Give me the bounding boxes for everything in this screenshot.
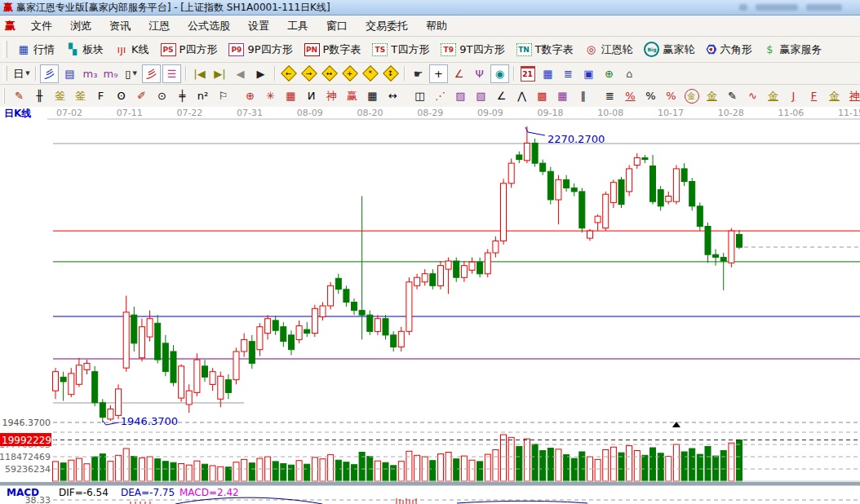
toolbar-button-winner-service[interactable]: $赢家服务 [757, 41, 827, 59]
tool-grid-red-2-icon[interactable]: ▩ [533, 86, 552, 105]
tool-export-web-icon[interactable]: ⊕ [600, 64, 618, 83]
menu-item-4[interactable]: 公式选股 [179, 17, 239, 35]
tool-spiral-tool-icon[interactable]: ʘ [112, 86, 131, 105]
toolbar-button-gann-wheel[interactable]: ◎江恩轮 [579, 41, 638, 59]
candle [162, 343, 168, 372]
tool-percent-line-icon[interactable]: % [662, 86, 680, 105]
tool-last-bar-icon[interactable]: ▶| [211, 64, 229, 83]
menu-item-3[interactable]: 江恩 [140, 17, 179, 35]
tool-fan-red-icon[interactable]: ⋰ [431, 86, 450, 105]
toolbar-button-t-square[interactable]: TST四方形 [366, 41, 435, 59]
tool-time-circle-icon[interactable]: ⊙ [153, 86, 171, 105]
tool-span-arrows-icon[interactable]: ↔ [383, 86, 402, 105]
menu-item-2[interactable]: 资讯 [100, 17, 140, 35]
menu-item-0[interactable]: 文件 [22, 17, 61, 35]
toolbar-button-sectors[interactable]: ▚板块 [60, 41, 109, 59]
menu-item-6[interactable]: 工具 [278, 17, 317, 35]
tool-wave-line-icon[interactable]: ∿ [743, 86, 762, 105]
tool-gold-angle-icon[interactable]: 金 [825, 86, 844, 105]
title-bar[interactable]: 赢 赢家江恩专业版[赢家内部服务平台] - [上证指数 SH1A0001-111… [0, 0, 860, 15]
tool-candle-style-icon[interactable]: ▯▼ [122, 64, 140, 83]
tool-zoom-out-x-icon[interactable]: ← [279, 64, 298, 83]
tool-first-bar-icon[interactable]: |◀ [190, 64, 209, 83]
tool-f-gauge-icon[interactable]: F [91, 86, 110, 105]
toolbar-button-p-number-table[interactable]: PNP数字表 [299, 41, 367, 59]
tool-gold-line-2-icon[interactable]: 金 [764, 86, 782, 105]
candle [344, 290, 349, 303]
tool-gold-circle-icon[interactable]: 金 [682, 86, 701, 105]
tool-shen-line-icon[interactable]: 神 [845, 86, 860, 105]
menu-item-9[interactable]: 帮助 [417, 17, 456, 35]
tool-k-mark-icon[interactable]: И [302, 86, 321, 105]
toolbar-button-winner-wheel[interactable]: Big赢家轮 [638, 40, 700, 59]
tool-info-panel-icon[interactable]: ▤ [60, 64, 79, 83]
tool-notebook-icon[interactable]: ≣ [559, 64, 578, 83]
tool-grid-purple-2-icon[interactable]: ▦ [553, 86, 572, 105]
tool-level-bars-icon[interactable]: ≣ [601, 86, 619, 105]
tool-fan-box-2-icon[interactable]: ▧ [472, 86, 490, 105]
tool-next-bar-icon[interactable]: ▶ [251, 64, 270, 83]
tool-grid-123-icon[interactable]: ▦ [363, 86, 382, 105]
tool-trend-overlay-icon[interactable]: 彡 [40, 64, 59, 83]
tool-tick-ruler-icon[interactable]: ╪ [173, 86, 192, 105]
tool-gold-gauge-2-icon[interactable]: 釜 [71, 86, 90, 105]
tool-workstation-icon[interactable]: ⌂ [620, 64, 639, 83]
tool-region-select-icon[interactable]: ◉ [490, 64, 509, 83]
tool-marker-pen-icon[interactable]: ✐ [132, 86, 151, 105]
menu-item-7[interactable]: 窗口 [317, 17, 357, 35]
tool-expand-all-icon[interactable]: * [361, 64, 379, 83]
tool-calendar-icon[interactable]: 21 [518, 64, 537, 83]
tool-ying-tool-icon[interactable]: 赢 [343, 86, 361, 105]
tool-percent-icon[interactable]: % [641, 86, 660, 105]
tool-gann-sketch-icon[interactable]: 彡 [142, 64, 161, 83]
tool-parallel-tool-icon[interactable]: ∥ [574, 86, 592, 105]
menu-item-5[interactable]: 设置 [239, 17, 278, 35]
tool-flag-tool-icon[interactable]: ⚐ [214, 86, 233, 105]
tool-n2-ruler-icon[interactable]: n² [193, 86, 212, 105]
tool-j-line-icon[interactable]: J [784, 86, 803, 105]
tool-draw-bars-icon[interactable]: ✎ [723, 86, 742, 105]
kline-label: K线 [131, 42, 149, 57]
tool-pencil-tool-icon[interactable]: ✎ [10, 86, 29, 105]
tool-ray-star-icon[interactable]: ✳ [261, 86, 280, 105]
toolbar-button-p9-square[interactable]: P99P四方形 [223, 41, 298, 59]
tool-angle-measure-icon[interactable]: ∠ [450, 64, 468, 83]
tool-zigzag-tool-icon[interactable]: ⋀ [512, 86, 531, 105]
tool-hand-drag-icon[interactable]: ☛ [409, 64, 428, 83]
menu-item-8[interactable]: 交易委托 [357, 17, 417, 35]
tool-crosshair-icon[interactable]: + [429, 64, 448, 83]
toolbar-button-p-square[interactable]: PSP四方形 [155, 41, 224, 59]
tool-grid-target-icon[interactable]: ▦ [281, 86, 300, 105]
toolbar-button-t-number-table[interactable]: TNT数字表 [511, 41, 579, 59]
chart-area[interactable]: 07-0207-1107-2207-3108-0908-2008-2909-09… [0, 107, 860, 504]
tool-volume-profile-icon[interactable]: ☰ [162, 64, 181, 83]
menu-item-1[interactable]: 浏览 [61, 17, 100, 35]
tool-expand-x-icon[interactable]: ↔ [320, 64, 339, 83]
tool-gann-ruler-icon[interactable]: ╫ [30, 86, 49, 105]
tool-gold-gauge-1-icon[interactable]: 釜 [51, 86, 69, 105]
toolbar-button-kline[interactable]: ıȷıK线 [109, 41, 155, 59]
toolbar-button-quotes[interactable]: ▦行情 [11, 41, 60, 59]
tool-prev-bar-icon[interactable]: ◀ [231, 64, 250, 83]
tool-circle-cross-icon[interactable]: ⊕ [241, 86, 259, 105]
tool-fit-screen-icon[interactable]: ↕ [381, 64, 400, 83]
tool-wave-9-icon[interactable]: m₉ [101, 64, 120, 83]
tool-box-tool-icon[interactable]: ◫ [410, 86, 429, 105]
tool-fan-box-purple-icon[interactable]: ▨ [451, 86, 470, 105]
tool-compress-all-icon[interactable]: + [340, 64, 359, 83]
tool-shen-tool-icon[interactable]: 神 [322, 86, 341, 105]
candle [69, 374, 74, 395]
tool-angle-fan-icon[interactable]: ∠ [492, 86, 511, 105]
toolbar-button-t9-square[interactable]: T99T四方形 [435, 41, 510, 59]
tool-save-icon[interactable]: ▣ [579, 64, 598, 83]
toolbar-button-hexagon[interactable]: 六角形 [700, 41, 757, 59]
tool-wave-3-icon[interactable]: m₃ [81, 64, 100, 83]
tool-zoom-in-x-icon[interactable]: → [299, 64, 318, 83]
candlestick-chart-canvas[interactable]: 07-0207-1107-2207-3108-0908-2008-2909-09… [0, 107, 860, 504]
tool-percent-red-icon[interactable]: % [621, 86, 640, 105]
tool-trident-tool-icon[interactable]: Ψ [470, 64, 489, 83]
tool-calculator-icon[interactable]: ▦ [539, 64, 557, 83]
tool-f-line-icon[interactable]: F [805, 86, 823, 105]
tool-gold-line-icon[interactable]: 金 [703, 86, 721, 105]
tool-period-day-icon[interactable]: 日▼ [12, 64, 31, 83]
